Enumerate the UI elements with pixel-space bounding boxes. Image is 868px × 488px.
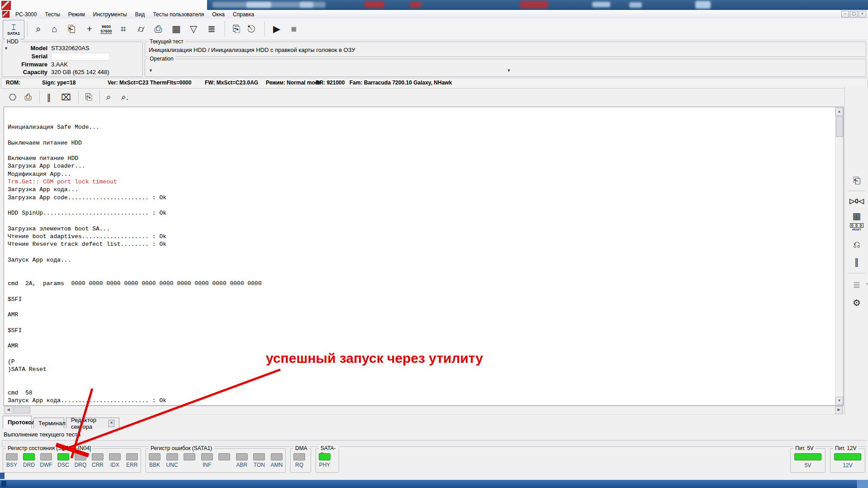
zero-counter-icon[interactable]: ▷0◁: [845, 197, 868, 205]
led-cell: PHY: [319, 453, 330, 468]
current-test-title: Текущий тест: [148, 38, 185, 45]
terminal-line: Включаем питание HDD: [8, 155, 834, 162]
exit-icon[interactable]: ⎋: [244, 20, 259, 38]
terminal-line: [8, 217, 834, 225]
rom-info-item: Sign: ype=18: [42, 80, 75, 86]
pause-icon[interactable]: ∥: [845, 257, 868, 267]
sata1-label: SATA1: [7, 31, 20, 36]
menu-item-режим[interactable]: Режим: [64, 11, 89, 18]
sata1-port-button[interactable]: ⌶ SATA1: [3, 20, 24, 39]
menu-item-инструменты[interactable]: Инструменты: [89, 11, 131, 18]
menu-item-тесты-пользователя[interactable]: Тесты пользователя: [149, 11, 208, 18]
terminal-line: [8, 202, 834, 209]
mdi-minimize-button[interactable]: –: [841, 11, 849, 18]
blurred-red-blob: [410, 2, 421, 8]
led-ERR-off: [126, 453, 138, 460]
mdi-restore-button[interactable]: ▢: [850, 11, 858, 18]
menu-item-тесты[interactable]: Тесты: [41, 11, 64, 18]
terminal-toolbar: ⎔⎙∥⌧⎘⌕⌕.: [0, 89, 843, 106]
terminal-line: [8, 374, 834, 381]
progress-strip: [2, 440, 867, 447]
led-cell: RQ: [294, 453, 305, 468]
log-script-icon[interactable]: ⎗: [845, 175, 868, 186]
led-label: BSY: [6, 462, 17, 468]
copy-report-icon[interactable]: ⎘: [229, 20, 244, 38]
register-group-status: Регистр состояния (SATA1)-[N04]BSYDRDDWF…: [3, 448, 141, 473]
board-test-icon[interactable]: ▦: [845, 211, 868, 221]
power-led-12v: [834, 453, 861, 460]
terminal-line: AMR: [8, 342, 834, 350]
stop-test-icon[interactable]: ■: [286, 20, 302, 38]
new-log-icon[interactable]: ⎔: [6, 91, 19, 103]
cancel-save-icon[interactable]: ⌧: [60, 91, 72, 103]
find-next-icon[interactable]: ⌕.: [118, 91, 131, 103]
led-label: ABR: [236, 462, 247, 468]
find-icon[interactable]: ⌕: [102, 91, 115, 103]
reset-boxes: 0 0 0: [850, 223, 863, 228]
terminal-line: Загрузка App кода...: [8, 186, 834, 193]
tab-close-icon[interactable]: ×: [108, 420, 114, 427]
drive-resources-icon[interactable]: ⌂: [47, 20, 62, 38]
save-log-icon[interactable]: ⎙: [22, 91, 34, 103]
relay-switch-icon[interactable]: ⎌: [845, 239, 868, 250]
menu-item-вид[interactable]: Вид: [131, 11, 149, 18]
terminal-line: cmd 2A, params 0000 0000 0000 0000 0000 …: [8, 280, 834, 287]
led-cell: [219, 453, 230, 468]
menu-item-окна[interactable]: Окна: [208, 11, 229, 18]
menu-item-pc3000[interactable]: PC-3000: [11, 11, 41, 18]
dropdown-arrow-icon[interactable]: ▾: [866, 282, 868, 286]
scroll-left-icon[interactable]: ◀: [5, 406, 12, 414]
scroll-down-icon[interactable]: ▼: [835, 397, 843, 405]
terminal-line: Инициализация Safe Mode...: [8, 123, 834, 131]
ram-reset-icon[interactable]: 0 0 0RESET: [845, 223, 868, 231]
scroll-right-icon[interactable]: ▶: [835, 406, 843, 414]
run-script-icon[interactable]: ≣▾: [845, 279, 868, 290]
horizontal-scrollbar[interactable]: ◀ ▶: [4, 406, 844, 415]
led-label: IDX: [110, 462, 119, 468]
vertical-scroll-thumb[interactable]: [836, 116, 843, 137]
chip-icon[interactable]: ⌗: [116, 20, 131, 38]
mdi-close-button[interactable]: ×: [859, 11, 866, 18]
led-cell: BSY: [6, 453, 17, 468]
led-label: BBK: [149, 462, 160, 468]
rom-info-item: Fam: Barracuda 7200.10 Galaxy, NHawk: [349, 80, 452, 86]
copy-icon[interactable]: ⎘: [82, 91, 95, 103]
tab-протокол[interactable]: Протокол: [3, 416, 32, 428]
filter-icon[interactable]: ▽: [186, 20, 201, 38]
tab-терминал[interactable]: Терминал: [33, 418, 64, 428]
menu-items: PC-3000ТестыРежимИнструментыВидТесты пол…: [11, 11, 258, 18]
database-icon[interactable]: ⌭: [133, 20, 149, 38]
taskbar-start-block[interactable]: [1, 481, 6, 487]
baud-text: 960057600: [100, 24, 112, 34]
show-desktop-button[interactable]: [857, 480, 868, 488]
start-test-icon[interactable]: ▶: [269, 20, 284, 38]
horizontal-scroll-thumb[interactable]: [13, 407, 30, 413]
sector-map-icon[interactable]: ▦: [169, 20, 184, 38]
save-image-icon[interactable]: ⎙: [151, 20, 166, 38]
app-logo-icon: [1, 1, 11, 10]
script-list-icon[interactable]: ≣: [204, 20, 219, 38]
register-group-error: Регистр ошибок (SATA1)BBKUNCINFABRTONAMN: [146, 448, 286, 473]
terminal-line: Запуск App кода.........................…: [8, 397, 834, 404]
terminal-line: HDD SpinUp..............................…: [8, 209, 834, 217]
tools-icon[interactable]: ⚙: [845, 297, 868, 308]
register-group-title: DMA: [293, 445, 309, 451]
power-led-5v: [794, 453, 821, 460]
scroll-up-icon[interactable]: ▲: [835, 108, 843, 116]
tab-редактор-сектора[interactable]: Редактор сектора×: [66, 418, 119, 428]
operation-dropdown-arrow-icon[interactable]: ▼: [149, 68, 153, 73]
menu-item-справка[interactable]: Справка: [229, 11, 258, 18]
operation-combo-arrow-icon[interactable]: ▼: [507, 68, 511, 73]
pause-icon[interactable]: ∥: [42, 91, 55, 103]
loader-upload-icon[interactable]: ⎗: [64, 20, 79, 38]
drive-report-icon[interactable]: ⌕: [31, 20, 46, 38]
baud-rate-icon[interactable]: 960057600: [99, 20, 114, 38]
led-cell: BBK: [149, 453, 160, 468]
utility-add-icon[interactable]: +: [82, 20, 97, 38]
pc3000-window: PC-3000ТестыРежимИнструментыВидТесты пол…: [0, 0, 868, 488]
vertical-scrollbar[interactable]: ▲ ▼: [835, 107, 843, 405]
power-led-label: 12V: [830, 462, 865, 469]
annotation-text: успешный запуск через утилиту: [266, 351, 483, 366]
led-cell: TON: [254, 453, 264, 468]
led-INF-off: [201, 453, 213, 460]
